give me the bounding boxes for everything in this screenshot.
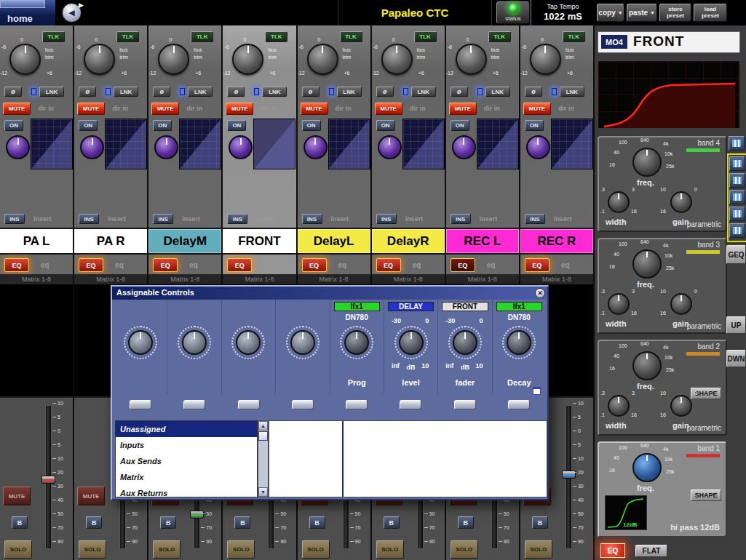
width-knob[interactable] [608, 191, 630, 213]
bus-trim-knob[interactable] [232, 44, 263, 75]
dynamics-knob[interactable] [6, 135, 30, 159]
scroll-down-icon[interactable]: ▼ [258, 487, 268, 497]
eq-button[interactable]: EQ [451, 258, 475, 272]
link-button[interactable]: LNK [262, 87, 287, 97]
b-button[interactable]: B [532, 516, 548, 529]
eq-preset-button-2[interactable] [729, 156, 745, 171]
phase-button[interactable]: ø [4, 87, 22, 97]
talk-button[interactable]: TLK [563, 31, 585, 42]
on-button[interactable]: ON [153, 120, 172, 131]
mute-button[interactable]: MUTE [449, 103, 477, 115]
phase-button[interactable]: ø [153, 87, 170, 97]
channel-name[interactable]: REC L [446, 228, 519, 255]
assign-button-5[interactable] [346, 400, 368, 409]
gain-knob[interactable] [670, 293, 692, 315]
assign-button-8[interactable] [508, 400, 530, 409]
talk-button[interactable]: TLK [191, 31, 213, 42]
mute-button[interactable]: MUTE [151, 103, 179, 115]
bus-trim-knob[interactable] [381, 44, 413, 75]
b-button[interactable]: B [384, 516, 400, 529]
link-button[interactable]: LNK [485, 87, 510, 97]
insert-button[interactable]: INS [4, 214, 25, 224]
insert-button[interactable]: INS [376, 214, 397, 224]
fader-knob[interactable] [41, 476, 55, 484]
channel-name[interactable]: DelayR [372, 228, 445, 255]
solo-button[interactable]: SOLO [153, 540, 180, 559]
dynamics-knob[interactable] [154, 135, 178, 159]
eq-button[interactable]: EQ [376, 258, 401, 272]
eq-button[interactable]: EQ [525, 258, 549, 272]
status-button[interactable]: status [496, 1, 530, 24]
fader-mute-button[interactable]: MUTE [3, 487, 31, 505]
freq-knob[interactable] [632, 453, 662, 482]
on-button[interactable]: ON [451, 120, 469, 131]
channel-name[interactable]: DelayL [298, 228, 370, 255]
assign-button-3[interactable] [238, 400, 260, 409]
talk-button[interactable]: TLK [265, 31, 287, 42]
insert-button[interactable]: INS [153, 214, 173, 224]
channel-name[interactable]: PA R [74, 228, 147, 255]
gain-knob[interactable] [670, 191, 692, 213]
b-button[interactable]: B [309, 516, 325, 529]
phase-button[interactable]: ø [227, 87, 245, 97]
phase-button[interactable]: ø [525, 87, 542, 97]
solo-button[interactable]: SOLO [227, 540, 255, 559]
tap-tempo-button[interactable]: Tap Tempo 1022 mS [531, 0, 595, 25]
assignable-knob[interactable] [290, 330, 315, 355]
bus-trim-knob[interactable] [158, 44, 189, 75]
insert-button[interactable]: INS [451, 214, 471, 224]
talk-button[interactable]: TLK [414, 31, 437, 42]
phase-button[interactable]: ø [79, 87, 96, 97]
on-button[interactable]: ON [227, 120, 246, 131]
assignable-knob[interactable] [182, 330, 207, 355]
b-button[interactable]: B [86, 516, 102, 529]
solo-button[interactable]: SOLO [376, 540, 404, 559]
link-button[interactable]: LNK [39, 87, 64, 97]
phase-button[interactable]: ø [451, 87, 468, 97]
channel-name[interactable]: REC R [520, 228, 593, 255]
shape-button[interactable]: SHAPE [691, 489, 721, 501]
b-button[interactable]: B [160, 516, 176, 529]
bus-trim-knob[interactable] [456, 44, 487, 75]
link-button[interactable]: LNK [337, 87, 362, 97]
assignable-knob[interactable] [128, 330, 153, 355]
bus-trim-knob[interactable] [307, 44, 338, 75]
link-button[interactable]: LNK [411, 87, 436, 97]
bus-trim-knob[interactable] [84, 44, 115, 75]
up-button[interactable]: UP [726, 316, 746, 334]
b-button[interactable]: B [12, 516, 28, 529]
link-button[interactable]: LNK [114, 87, 138, 97]
down-button[interactable]: DWN [726, 350, 746, 367]
freq-knob[interactable] [632, 351, 662, 380]
eq-button[interactable]: EQ [302, 258, 327, 272]
mute-button[interactable]: MUTE [523, 103, 551, 115]
insert-button[interactable]: INS [79, 214, 99, 224]
list-item-aux-sends[interactable]: Aux Sends [116, 453, 257, 469]
width-knob[interactable] [608, 395, 630, 417]
assignable-knob[interactable] [399, 330, 424, 355]
mute-button[interactable]: MUTE [77, 103, 105, 115]
insert-button[interactable]: INS [525, 214, 545, 224]
dynamics-knob[interactable] [452, 135, 476, 159]
eq-button[interactable]: EQ [4, 258, 29, 272]
mute-button[interactable]: MUTE [301, 103, 328, 115]
eq-preset-button-4[interactable] [729, 190, 745, 204]
solo-button[interactable]: SOLO [79, 540, 106, 559]
fader-mute-button[interactable]: MUTE [77, 487, 105, 505]
list-item-aux-returns[interactable]: Aux Returns [116, 485, 257, 497]
on-button[interactable]: ON [525, 120, 544, 131]
bus-trim-knob[interactable] [530, 44, 561, 75]
eq-preset-button-1[interactable] [729, 136, 745, 151]
close-icon[interactable]: ✕ [535, 288, 545, 298]
channel-name[interactable]: PA L [0, 228, 73, 255]
talk-button[interactable]: TLK [116, 31, 139, 42]
nav-forward-icon[interactable]: ▶ [79, 1, 84, 9]
mute-button[interactable]: MUTE [3, 103, 31, 115]
scroll-thumb[interactable] [258, 431, 268, 441]
eq-button[interactable]: EQ [153, 258, 178, 272]
phase-button[interactable]: ø [376, 87, 394, 97]
talk-button[interactable]: TLK [340, 31, 362, 42]
list-item-unassigned[interactable]: Unassigned [116, 421, 257, 437]
dynamics-knob[interactable] [303, 135, 328, 159]
width-knob[interactable] [608, 293, 630, 315]
